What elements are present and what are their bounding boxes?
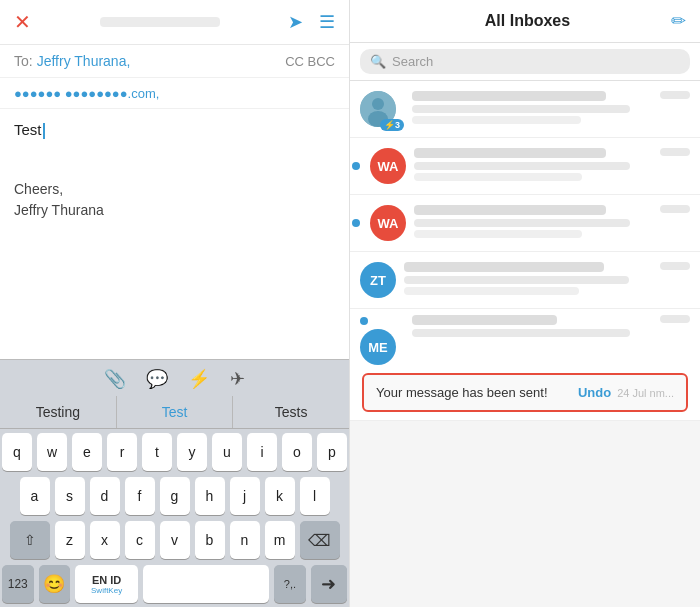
key-row-1: q w e r t y u i o p (2, 433, 347, 471)
key-b[interactable]: b (195, 521, 225, 559)
svg-point-1 (372, 98, 384, 110)
search-placeholder: Search (392, 54, 433, 69)
avatar: WA (370, 205, 406, 241)
key-row-3: ⇧ z x c v b n m ⌫ (2, 521, 347, 559)
key-v[interactable]: v (160, 521, 190, 559)
compose-header: ✕ ➤ ☰ (0, 0, 349, 45)
key-c[interactable]: c (125, 521, 155, 559)
key-row-2: a s d f g h j k l (2, 477, 347, 515)
key-h[interactable]: h (195, 477, 225, 515)
plane-icon[interactable]: ✈ (230, 368, 245, 390)
notification-time: 24 Jul nm... (617, 387, 674, 399)
inbox-title: All Inboxes (485, 12, 570, 30)
return-key[interactable]: ➜ (311, 565, 347, 603)
send-icon[interactable]: ➤ (288, 11, 303, 33)
key-d[interactable]: d (90, 477, 120, 515)
email-content (412, 91, 654, 124)
lang-key[interactable]: EN ID SwiftKey (75, 565, 138, 603)
key-s[interactable]: s (55, 477, 85, 515)
to-label: To: (14, 53, 33, 69)
key-k[interactable]: k (265, 477, 295, 515)
email-time (660, 205, 690, 213)
email-preview2 (414, 173, 582, 181)
autocomplete-testing[interactable]: Testing (0, 396, 117, 428)
key-w[interactable]: w (37, 433, 67, 471)
special-key[interactable]: ?,. (274, 565, 306, 603)
avatar: ZT (360, 262, 396, 298)
undo-button[interactable]: Undo (578, 385, 611, 400)
key-x[interactable]: x (90, 521, 120, 559)
email-preview (404, 276, 629, 284)
email-item[interactable]: WA (350, 138, 700, 195)
email-preview2 (412, 116, 581, 124)
email-sender (412, 91, 606, 101)
email-body[interactable]: Test Cheers, Jeffry Thurana (0, 109, 349, 359)
keyboard-toolbar: 📎 💬 ⚡ ✈ (0, 359, 349, 396)
email-preview (414, 162, 630, 170)
unread-indicator (352, 162, 360, 170)
email-item[interactable]: WA (350, 195, 700, 252)
key-row-4: 123 😊 EN ID SwiftKey ?,. ➜ (2, 565, 347, 603)
autocomplete-bar: Testing Test Tests (0, 396, 349, 429)
email-preview2 (404, 287, 579, 295)
autocomplete-test[interactable]: Test (117, 396, 234, 428)
key-f[interactable]: f (125, 477, 155, 515)
cc-bcc-button[interactable]: CC BCC (285, 54, 335, 69)
email-preview2 (414, 230, 582, 238)
email-badge: ⚡3 (380, 119, 404, 131)
key-a[interactable]: a (20, 477, 50, 515)
search-input[interactable]: 🔍 Search (360, 49, 690, 74)
email-sender (412, 315, 557, 325)
email-preview (412, 329, 630, 337)
menu-icon[interactable]: ☰ (319, 11, 335, 33)
backspace-key[interactable]: ⌫ (300, 521, 340, 559)
autocomplete-tests[interactable]: Tests (233, 396, 349, 428)
email-sender (414, 148, 606, 158)
compose-icon[interactable]: ✏ (671, 10, 686, 32)
email-content (404, 262, 654, 295)
notification-text: Your message has been sent! (376, 385, 572, 400)
emoji-key[interactable]: 😊 (39, 565, 71, 603)
email-subject[interactable]: Test (14, 121, 335, 139)
search-bar: 🔍 Search (350, 43, 700, 81)
key-n[interactable]: n (230, 521, 260, 559)
key-t[interactable]: t (142, 433, 172, 471)
key-i[interactable]: i (247, 433, 277, 471)
email-list: ⚡3 WA WA (350, 81, 700, 607)
email-preview (412, 105, 630, 113)
key-r[interactable]: r (107, 433, 137, 471)
email-item[interactable]: ⚡3 (350, 81, 700, 138)
email-time (660, 91, 690, 99)
key-l[interactable]: l (300, 477, 330, 515)
email-item[interactable]: ZT (350, 252, 700, 309)
compose-actions: ➤ ☰ (288, 11, 335, 33)
chat-icon[interactable]: 💬 (146, 368, 168, 390)
key-e[interactable]: e (72, 433, 102, 471)
key-z[interactable]: z (55, 521, 85, 559)
key-g[interactable]: g (160, 477, 190, 515)
email-preview (414, 219, 630, 227)
email-time (660, 315, 690, 323)
key-q[interactable]: q (2, 433, 32, 471)
key-o[interactable]: o (282, 433, 312, 471)
email-sender (404, 262, 604, 272)
to-name[interactable]: Jeffry Thurana, (37, 53, 131, 69)
lightning-icon[interactable]: ⚡ (188, 368, 210, 390)
attach-icon[interactable]: 📎 (104, 368, 126, 390)
email-signature: Cheers, Jeffry Thurana (14, 179, 335, 221)
recipient-address[interactable]: ●●●●●● ●●●●●●●●.com, (14, 86, 159, 101)
email-content (414, 205, 654, 238)
shift-key[interactable]: ⇧ (10, 521, 50, 559)
key-p[interactable]: p (317, 433, 347, 471)
key-m[interactable]: m (265, 521, 295, 559)
key-y[interactable]: y (177, 433, 207, 471)
close-icon[interactable]: ✕ (14, 10, 31, 34)
num-key[interactable]: 123 (2, 565, 34, 603)
key-u[interactable]: u (212, 433, 242, 471)
email-sender (414, 205, 606, 215)
key-j[interactable]: j (230, 477, 260, 515)
unread-indicator (352, 219, 360, 227)
email-compose-panel: ✕ ➤ ☰ To: Jeffry Thurana, CC BCC ●●●●●● … (0, 0, 350, 607)
email-content (414, 148, 654, 181)
space-key[interactable] (143, 565, 269, 603)
